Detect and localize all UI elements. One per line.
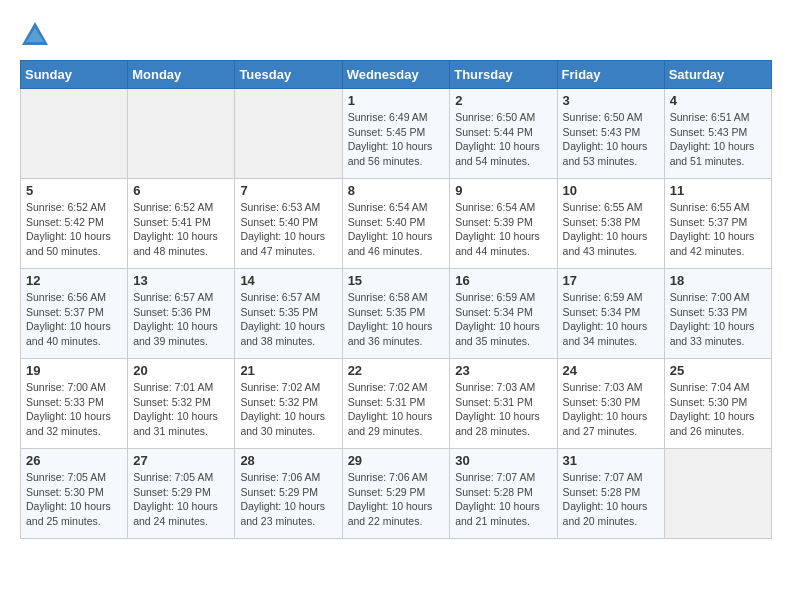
day-number: 25 (670, 363, 766, 378)
day-info: Sunrise: 7:03 AM Sunset: 5:30 PM Dayligh… (563, 380, 659, 439)
calendar-cell (21, 89, 128, 179)
calendar-cell: 20Sunrise: 7:01 AM Sunset: 5:32 PM Dayli… (128, 359, 235, 449)
day-number: 31 (563, 453, 659, 468)
calendar-cell: 23Sunrise: 7:03 AM Sunset: 5:31 PM Dayli… (450, 359, 557, 449)
day-number: 2 (455, 93, 551, 108)
weekday-header-sunday: Sunday (21, 61, 128, 89)
day-info: Sunrise: 7:04 AM Sunset: 5:30 PM Dayligh… (670, 380, 766, 439)
day-number: 8 (348, 183, 445, 198)
day-info: Sunrise: 7:00 AM Sunset: 5:33 PM Dayligh… (26, 380, 122, 439)
calendar-cell: 18Sunrise: 7:00 AM Sunset: 5:33 PM Dayli… (664, 269, 771, 359)
calendar-cell: 26Sunrise: 7:05 AM Sunset: 5:30 PM Dayli… (21, 449, 128, 539)
calendar-cell: 31Sunrise: 7:07 AM Sunset: 5:28 PM Dayli… (557, 449, 664, 539)
day-info: Sunrise: 7:07 AM Sunset: 5:28 PM Dayligh… (455, 470, 551, 529)
day-number: 28 (240, 453, 336, 468)
weekday-header-row: SundayMondayTuesdayWednesdayThursdayFrid… (21, 61, 772, 89)
day-number: 20 (133, 363, 229, 378)
day-info: Sunrise: 7:05 AM Sunset: 5:30 PM Dayligh… (26, 470, 122, 529)
day-info: Sunrise: 7:02 AM Sunset: 5:32 PM Dayligh… (240, 380, 336, 439)
day-info: Sunrise: 7:06 AM Sunset: 5:29 PM Dayligh… (348, 470, 445, 529)
week-row-2: 5Sunrise: 6:52 AM Sunset: 5:42 PM Daylig… (21, 179, 772, 269)
week-row-3: 12Sunrise: 6:56 AM Sunset: 5:37 PM Dayli… (21, 269, 772, 359)
weekday-header-tuesday: Tuesday (235, 61, 342, 89)
calendar-cell: 12Sunrise: 6:56 AM Sunset: 5:37 PM Dayli… (21, 269, 128, 359)
day-number: 7 (240, 183, 336, 198)
day-number: 15 (348, 273, 445, 288)
calendar-cell: 10Sunrise: 6:55 AM Sunset: 5:38 PM Dayli… (557, 179, 664, 269)
weekday-header-thursday: Thursday (450, 61, 557, 89)
day-info: Sunrise: 6:50 AM Sunset: 5:43 PM Dayligh… (563, 110, 659, 169)
calendar-cell: 28Sunrise: 7:06 AM Sunset: 5:29 PM Dayli… (235, 449, 342, 539)
day-number: 4 (670, 93, 766, 108)
calendar-cell: 9Sunrise: 6:54 AM Sunset: 5:39 PM Daylig… (450, 179, 557, 269)
day-number: 18 (670, 273, 766, 288)
calendar-cell: 17Sunrise: 6:59 AM Sunset: 5:34 PM Dayli… (557, 269, 664, 359)
page-header (20, 20, 772, 50)
calendar-cell: 22Sunrise: 7:02 AM Sunset: 5:31 PM Dayli… (342, 359, 450, 449)
calendar-cell: 30Sunrise: 7:07 AM Sunset: 5:28 PM Dayli… (450, 449, 557, 539)
calendar-cell: 3Sunrise: 6:50 AM Sunset: 5:43 PM Daylig… (557, 89, 664, 179)
calendar-cell (128, 89, 235, 179)
calendar-cell (664, 449, 771, 539)
calendar-cell: 27Sunrise: 7:05 AM Sunset: 5:29 PM Dayli… (128, 449, 235, 539)
day-number: 21 (240, 363, 336, 378)
day-info: Sunrise: 6:53 AM Sunset: 5:40 PM Dayligh… (240, 200, 336, 259)
day-info: Sunrise: 6:50 AM Sunset: 5:44 PM Dayligh… (455, 110, 551, 169)
day-number: 14 (240, 273, 336, 288)
calendar-cell: 11Sunrise: 6:55 AM Sunset: 5:37 PM Dayli… (664, 179, 771, 269)
day-number: 3 (563, 93, 659, 108)
calendar-cell: 29Sunrise: 7:06 AM Sunset: 5:29 PM Dayli… (342, 449, 450, 539)
day-info: Sunrise: 7:06 AM Sunset: 5:29 PM Dayligh… (240, 470, 336, 529)
day-info: Sunrise: 6:54 AM Sunset: 5:40 PM Dayligh… (348, 200, 445, 259)
calendar-cell (235, 89, 342, 179)
day-info: Sunrise: 7:02 AM Sunset: 5:31 PM Dayligh… (348, 380, 445, 439)
calendar-cell: 16Sunrise: 6:59 AM Sunset: 5:34 PM Dayli… (450, 269, 557, 359)
day-number: 27 (133, 453, 229, 468)
day-number: 6 (133, 183, 229, 198)
day-info: Sunrise: 6:58 AM Sunset: 5:35 PM Dayligh… (348, 290, 445, 349)
calendar-cell: 1Sunrise: 6:49 AM Sunset: 5:45 PM Daylig… (342, 89, 450, 179)
day-info: Sunrise: 6:56 AM Sunset: 5:37 PM Dayligh… (26, 290, 122, 349)
calendar-cell: 13Sunrise: 6:57 AM Sunset: 5:36 PM Dayli… (128, 269, 235, 359)
calendar-cell: 7Sunrise: 6:53 AM Sunset: 5:40 PM Daylig… (235, 179, 342, 269)
calendar-cell: 2Sunrise: 6:50 AM Sunset: 5:44 PM Daylig… (450, 89, 557, 179)
day-info: Sunrise: 6:49 AM Sunset: 5:45 PM Dayligh… (348, 110, 445, 169)
day-info: Sunrise: 7:07 AM Sunset: 5:28 PM Dayligh… (563, 470, 659, 529)
day-number: 11 (670, 183, 766, 198)
calendar-table: SundayMondayTuesdayWednesdayThursdayFrid… (20, 60, 772, 539)
day-info: Sunrise: 6:51 AM Sunset: 5:43 PM Dayligh… (670, 110, 766, 169)
weekday-header-saturday: Saturday (664, 61, 771, 89)
day-number: 10 (563, 183, 659, 198)
day-number: 22 (348, 363, 445, 378)
logo (20, 20, 54, 50)
day-number: 26 (26, 453, 122, 468)
day-number: 23 (455, 363, 551, 378)
calendar-cell: 24Sunrise: 7:03 AM Sunset: 5:30 PM Dayli… (557, 359, 664, 449)
day-info: Sunrise: 7:03 AM Sunset: 5:31 PM Dayligh… (455, 380, 551, 439)
day-number: 13 (133, 273, 229, 288)
day-info: Sunrise: 6:54 AM Sunset: 5:39 PM Dayligh… (455, 200, 551, 259)
day-info: Sunrise: 7:05 AM Sunset: 5:29 PM Dayligh… (133, 470, 229, 529)
day-number: 5 (26, 183, 122, 198)
day-number: 9 (455, 183, 551, 198)
weekday-header-friday: Friday (557, 61, 664, 89)
day-number: 12 (26, 273, 122, 288)
day-number: 29 (348, 453, 445, 468)
week-row-1: 1Sunrise: 6:49 AM Sunset: 5:45 PM Daylig… (21, 89, 772, 179)
calendar-cell: 19Sunrise: 7:00 AM Sunset: 5:33 PM Dayli… (21, 359, 128, 449)
day-number: 19 (26, 363, 122, 378)
calendar-cell: 14Sunrise: 6:57 AM Sunset: 5:35 PM Dayli… (235, 269, 342, 359)
day-info: Sunrise: 6:55 AM Sunset: 5:37 PM Dayligh… (670, 200, 766, 259)
day-number: 1 (348, 93, 445, 108)
day-number: 24 (563, 363, 659, 378)
calendar-cell: 5Sunrise: 6:52 AM Sunset: 5:42 PM Daylig… (21, 179, 128, 269)
calendar-cell: 6Sunrise: 6:52 AM Sunset: 5:41 PM Daylig… (128, 179, 235, 269)
day-number: 16 (455, 273, 551, 288)
day-info: Sunrise: 7:01 AM Sunset: 5:32 PM Dayligh… (133, 380, 229, 439)
calendar-cell: 25Sunrise: 7:04 AM Sunset: 5:30 PM Dayli… (664, 359, 771, 449)
weekday-header-wednesday: Wednesday (342, 61, 450, 89)
day-number: 30 (455, 453, 551, 468)
weekday-header-monday: Monday (128, 61, 235, 89)
day-info: Sunrise: 6:59 AM Sunset: 5:34 PM Dayligh… (455, 290, 551, 349)
day-info: Sunrise: 6:57 AM Sunset: 5:36 PM Dayligh… (133, 290, 229, 349)
